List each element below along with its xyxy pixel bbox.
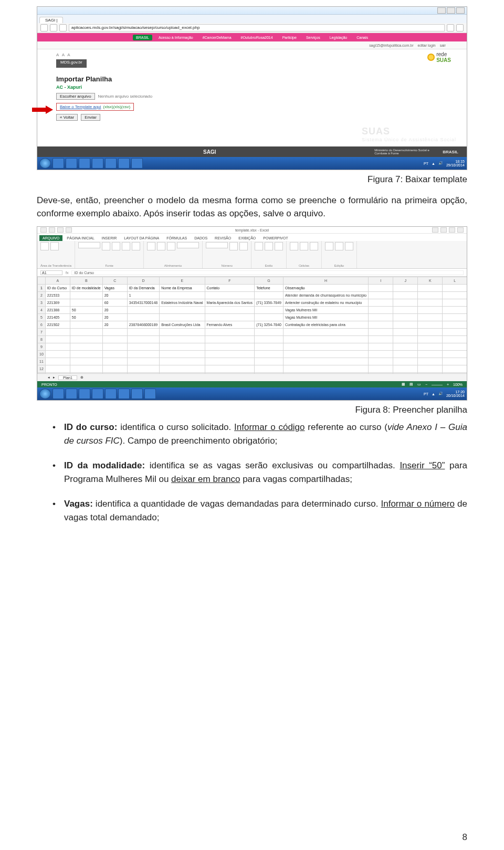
tray-icon[interactable]: ▲ — [432, 162, 435, 165]
tray-icon[interactable]: 🔊 — [438, 392, 443, 396]
address-bar: aplicacoes.mds.gov.br/sagi/simulacao/ses… — [37, 23, 467, 33]
add-sheet-icon[interactable]: ⊕ — [80, 375, 83, 380]
window-titlebar — [37, 7, 467, 15]
gov-link[interactable]: #CancerDeMama — [200, 35, 235, 40]
restore-icon[interactable] — [449, 227, 455, 233]
close-icon[interactable] — [457, 227, 464, 233]
sheet-tab[interactable]: Plan1 — [58, 375, 77, 380]
fx-icon[interactable]: fx — [66, 271, 68, 275]
minimize-icon[interactable] — [440, 227, 447, 233]
start-button-icon[interactable] — [39, 389, 51, 399]
gov-link[interactable]: Participe — [279, 35, 300, 40]
taskbar-app-icon[interactable] — [118, 389, 130, 399]
ribbon-tab[interactable]: FÓRMULAS — [163, 235, 190, 241]
gear-icon — [427, 54, 435, 61]
taskbar-app-icon[interactable] — [131, 389, 143, 399]
taskbar-app-icon[interactable] — [52, 389, 64, 399]
taskbar-app-icon[interactable] — [105, 389, 117, 399]
ribbon-tabs: ARQUIVO PÁGINA INICIAL INSERIR LAYOUT DA… — [37, 234, 467, 241]
taskbar-app-icon[interactable] — [52, 158, 64, 169]
view-layout-icon[interactable]: ▤ — [410, 382, 413, 386]
save-icon[interactable] — [49, 227, 55, 233]
zoom-out-icon[interactable]: − — [425, 383, 427, 386]
gov-link[interactable]: Legislação — [327, 35, 350, 40]
excel-icon — [40, 227, 47, 233]
back-icon[interactable] — [40, 24, 48, 32]
sheet-nav-icon[interactable]: ◂ — [48, 375, 50, 380]
forward-icon[interactable] — [50, 24, 57, 32]
zoom-slider[interactable]: ——— — [432, 383, 443, 386]
location-label: AC - Xapuri — [56, 85, 448, 90]
view-pagebreak-icon[interactable]: ▭ — [417, 382, 421, 386]
browser-tab[interactable]: SAGI | — [39, 17, 63, 23]
gov-link[interactable]: Acesso à Informação — [155, 35, 196, 40]
zoom-in-icon[interactable]: + — [447, 383, 449, 386]
choose-file-button[interactable]: Escolher arquivo — [56, 93, 95, 100]
ribbon-tab[interactable]: INSERIR — [99, 235, 120, 241]
taskbar-app-icon[interactable] — [79, 158, 90, 169]
figure-7-caption: Figura 7: Baixar template — [0, 174, 467, 185]
back-button[interactable]: « Voltar — [56, 114, 78, 121]
list-item: ID do curso: identifica o curso solicita… — [52, 421, 467, 447]
red-arrow-annotation — [32, 106, 55, 113]
menu-icon[interactable] — [456, 24, 464, 32]
ribbon-tab-arquivo[interactable]: ARQUIVO — [39, 235, 62, 241]
tray-lang-label: PT — [424, 162, 428, 165]
redo-icon[interactable] — [66, 227, 72, 233]
edit-login-link[interactable]: editar login — [417, 44, 435, 47]
ribbon-tab[interactable]: REVISÃO — [212, 235, 234, 241]
sheet-nav-icon[interactable]: ▸ — [53, 375, 55, 380]
close-icon — [456, 7, 465, 14]
excel-status-bar: PRONTO ▦ ▤ ▭ − ——— + 100% — [37, 381, 467, 387]
body-paragraph-1: Deve-se, então, preencher o modelo da me… — [37, 194, 467, 220]
spreadsheet-grid[interactable]: ABCDEFGHIJKLMNOP1ID do CursoID de modali… — [37, 277, 467, 373]
mds-banner: MDS.gov.br — [56, 59, 87, 68]
ribbon-tab[interactable]: LAYOUT DA PÁGINA — [121, 235, 162, 241]
taskbar-app-icon[interactable] — [79, 389, 90, 399]
gov-link[interactable]: #OutubroRosa2014 — [238, 35, 276, 40]
taskbar-app-icon[interactable] — [105, 158, 117, 169]
taskbar-app-icon[interactable] — [118, 158, 130, 169]
excel-doc-title: template.xlsx - Excel — [74, 228, 430, 232]
tray-time: 18:15 — [446, 160, 465, 163]
reload-icon[interactable] — [59, 24, 67, 32]
tray-time: 17:20 — [446, 390, 465, 394]
taskbar-app-icon[interactable] — [66, 158, 77, 169]
start-button-icon[interactable] — [39, 158, 51, 169]
download-template-box: Baixe o Template aqui (xlsx)(xls)(csv) — [56, 103, 134, 111]
list-item: Vagas: identifica a quantidade de vagas … — [52, 497, 467, 524]
taskbar-app-icon[interactable] — [92, 158, 103, 169]
url-field[interactable]: aplicacoes.mds.gov.br/sagi/simulacao/ses… — [69, 24, 445, 32]
download-template-link[interactable]: Baixe o Template aqui — [60, 104, 101, 109]
tray-lang-label: PT — [424, 392, 428, 396]
taskbar-app-icon[interactable] — [92, 389, 103, 399]
tray-date: 20/10/2014 — [446, 394, 465, 397]
ribbon-tab[interactable]: EXIBIÇÃO — [235, 235, 259, 241]
sheet-tabs: ◂ ▸ Plan1 ⊕ — [37, 373, 467, 381]
logout-link[interactable]: sair — [440, 44, 446, 47]
undo-icon[interactable] — [57, 227, 64, 233]
user-bar: sagi15@infopolitica.com.br editar login … — [37, 41, 467, 49]
formula-input[interactable]: ID do Curso — [71, 270, 464, 275]
ribbon-tab[interactable]: PÁGINA INICIAL — [64, 235, 98, 241]
figure-8-caption: Figura 8: Preencher planilha — [0, 405, 467, 415]
ribbon-tab[interactable]: DADOS — [191, 235, 211, 241]
gov-nav-bar: BRASIL Acesso à Informação #CancerDeMama… — [37, 33, 467, 41]
tray-icon[interactable]: 🔊 — [438, 161, 443, 165]
rede-suas-logo: redeSUAS — [427, 51, 451, 63]
tray-icon[interactable]: ▲ — [432, 392, 435, 396]
bookmark-icon[interactable] — [447, 24, 454, 32]
taskbar-app-icon[interactable] — [66, 389, 77, 399]
gov-link[interactable]: Canais — [353, 35, 371, 40]
view-normal-icon[interactable]: ▦ — [402, 382, 405, 386]
gov-brasil-link[interactable]: BRASIL — [133, 35, 152, 40]
name-box[interactable]: A1 — [40, 270, 62, 275]
taskbar-app-icon[interactable] — [131, 158, 143, 169]
help-icon[interactable] — [432, 227, 438, 233]
ribbon-tab[interactable]: POWERPIVOT — [260, 235, 291, 241]
bullet-list: ID do curso: identifica o curso solicita… — [52, 421, 467, 524]
taskbar-app-icon[interactable] — [144, 389, 156, 399]
font-size-controls[interactable]: A A A — [56, 53, 448, 57]
gov-link[interactable]: Serviços — [303, 35, 323, 40]
send-button[interactable]: Enviar — [81, 114, 100, 121]
